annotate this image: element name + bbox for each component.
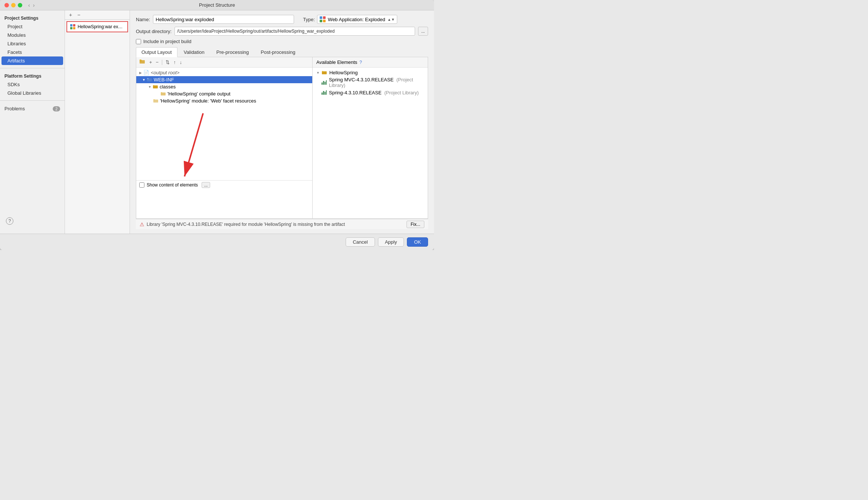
- spring-lib-icon: [322, 90, 327, 96]
- svg-rect-30: [324, 92, 326, 95]
- cancel-button[interactable]: Cancel: [346, 237, 375, 247]
- svg-rect-6: [320, 20, 322, 22]
- type-chevron-icon: ▲▼: [388, 17, 395, 22]
- svg-rect-1: [73, 24, 75, 26]
- tree-move-up-btn[interactable]: ↑: [172, 59, 177, 65]
- tree-toolbar: + − ⇅ ↑ ↓: [136, 57, 312, 68]
- tab-post-processing[interactable]: Post-processing: [255, 47, 301, 57]
- tree-compile-output[interactable]: 'HellowSpring' compile output: [136, 90, 312, 97]
- sidebar-divider-2: [0, 100, 65, 101]
- available-elements-help[interactable]: ?: [359, 60, 362, 65]
- maximize-button[interactable]: [18, 3, 22, 7]
- web-inf-chevron: ▼: [142, 78, 146, 82]
- spring-mvc-label: Spring MVC-4.3.10.RELEASE (Project Libra…: [329, 77, 424, 88]
- bottom-bar: Cancel Apply OK: [0, 234, 434, 250]
- svg-rect-3: [73, 27, 75, 29]
- sidebar-item-global-libraries[interactable]: Global Libraries: [0, 89, 65, 97]
- type-dropdown[interactable]: Web Application: Exploded ▲▼: [317, 15, 397, 24]
- compile-output-icon: [161, 91, 166, 97]
- sidebar-divider: [0, 68, 65, 68]
- project-settings-title: Project Settings: [0, 13, 65, 22]
- svg-rect-14: [153, 85, 158, 88]
- tree-remove-btn[interactable]: −: [155, 59, 160, 65]
- web-inf-label: WEB-INF: [154, 77, 174, 82]
- problems-label: Problems: [4, 106, 25, 111]
- close-button[interactable]: [4, 3, 9, 7]
- tree-move-down-btn[interactable]: ↓: [179, 59, 183, 65]
- minimize-button[interactable]: [11, 3, 16, 7]
- sidebar-item-modules[interactable]: Modules: [0, 31, 65, 39]
- svg-rect-22: [322, 71, 327, 74]
- output-tree: + − ⇅ ↑ ↓ ▶ 📄 <output ro: [136, 57, 313, 218]
- sidebar-item-sdks[interactable]: SDKs: [0, 80, 65, 89]
- sidebar-item-facets[interactable]: Facets: [0, 48, 65, 56]
- output-dir-label: Output directory:: [136, 29, 172, 34]
- ok-button[interactable]: OK: [407, 237, 428, 247]
- available-hellowspring[interactable]: ▼ HellowSpring: [313, 69, 428, 76]
- tree-output-root[interactable]: ▶ 📄 <output root>: [136, 69, 312, 76]
- apply-button[interactable]: Apply: [378, 237, 404, 247]
- svg-rect-24: [322, 82, 323, 85]
- svg-rect-10: [140, 59, 141, 61]
- svg-rect-25: [323, 81, 324, 85]
- content-area: + − HellowSpring:war exploded: [65, 10, 434, 234]
- available-spring[interactable]: Spring-4.3.10.RELEASE (Project Library): [313, 89, 428, 97]
- facet-resources-icon: [153, 98, 159, 104]
- tree-add-btn[interactable]: +: [148, 59, 153, 65]
- output-root-chevron: ▶: [139, 71, 142, 75]
- show-content-label: Show content of elements: [147, 182, 198, 188]
- layout-area: + − ⇅ ↑ ↓ ▶ 📄 <output ro: [136, 57, 428, 219]
- tree-toolbar-separator: [162, 60, 162, 65]
- artifact-name: HellowSpring:war exploded: [78, 24, 124, 29]
- compile-output-label: 'HellowSpring' compile output: [167, 91, 231, 97]
- web-inf-folder-icon: [147, 77, 152, 82]
- output-dir-input[interactable]: [174, 27, 415, 36]
- svg-rect-19: [153, 99, 155, 100]
- svg-rect-4: [320, 16, 322, 19]
- tree-sort-btn[interactable]: ⇅: [164, 59, 171, 65]
- include-build-label: Include in project build: [143, 39, 191, 44]
- artifact-item-hellowspring[interactable]: HellowSpring:war exploded: [66, 21, 128, 32]
- spring-label: Spring-4.3.10.RELEASE (Project Library): [329, 90, 419, 95]
- svg-rect-2: [70, 27, 72, 29]
- tree-add-folder-btn[interactable]: [138, 58, 147, 66]
- project-folder-icon: [322, 70, 327, 75]
- tabs-row: Output Layout Validation Pre-processing …: [136, 47, 428, 57]
- window-title: Project Structure: [199, 2, 235, 8]
- svg-rect-27: [326, 80, 327, 85]
- tab-output-layout[interactable]: Output Layout: [136, 47, 177, 57]
- platform-settings-title: Platform Settings: [0, 71, 65, 80]
- fix-button[interactable]: Fix...: [407, 221, 424, 228]
- tab-pre-processing[interactable]: Pre-processing: [211, 47, 254, 57]
- tree-web-inf[interactable]: ▼ WEB-INF: [136, 76, 312, 83]
- sidebar: Project Settings Project Modules Librari…: [0, 10, 65, 234]
- sidebar-item-libraries[interactable]: Libraries: [0, 39, 65, 48]
- show-content-btn[interactable]: ...: [202, 182, 210, 188]
- available-elements-title: Available Elements: [316, 59, 357, 65]
- name-input[interactable]: [153, 15, 294, 24]
- nav-arrows: ‹ ›: [28, 2, 35, 8]
- output-dir-row: Output directory: ...: [136, 27, 428, 36]
- tree-facet-resources[interactable]: 'HellowSpring' module: 'Web' facet resou…: [136, 97, 312, 104]
- sidebar-item-project[interactable]: Project: [0, 22, 65, 31]
- include-build-checkbox[interactable]: [136, 39, 141, 44]
- error-icon: ⚠: [140, 221, 144, 227]
- artifacts-toolbar: + −: [65, 10, 130, 20]
- back-arrow[interactable]: ‹: [28, 2, 30, 8]
- remove-artifact-btn[interactable]: −: [76, 12, 81, 18]
- sidebar-item-artifacts[interactable]: Artifacts: [1, 56, 63, 65]
- available-elements-content: ▼ HellowSpring: [313, 68, 428, 218]
- output-browse-btn[interactable]: ...: [418, 27, 428, 36]
- project-structure-window: ‹ › Project Structure Project Settings P…: [0, 0, 434, 250]
- svg-rect-31: [326, 90, 327, 95]
- available-spring-mvc[interactable]: Spring MVC-4.3.10.RELEASE (Project Libra…: [313, 76, 428, 89]
- forward-arrow[interactable]: ›: [33, 2, 35, 8]
- titlebar: ‹ › Project Structure: [0, 0, 434, 10]
- tab-validation[interactable]: Validation: [178, 47, 210, 57]
- add-artifact-btn[interactable]: +: [68, 12, 73, 18]
- red-arrow-annotation: [181, 110, 255, 191]
- show-content-checkbox[interactable]: [139, 182, 144, 188]
- svg-rect-28: [322, 92, 323, 95]
- tree-classes[interactable]: ▼ classes: [136, 83, 312, 90]
- help-icon[interactable]: ?: [6, 217, 13, 225]
